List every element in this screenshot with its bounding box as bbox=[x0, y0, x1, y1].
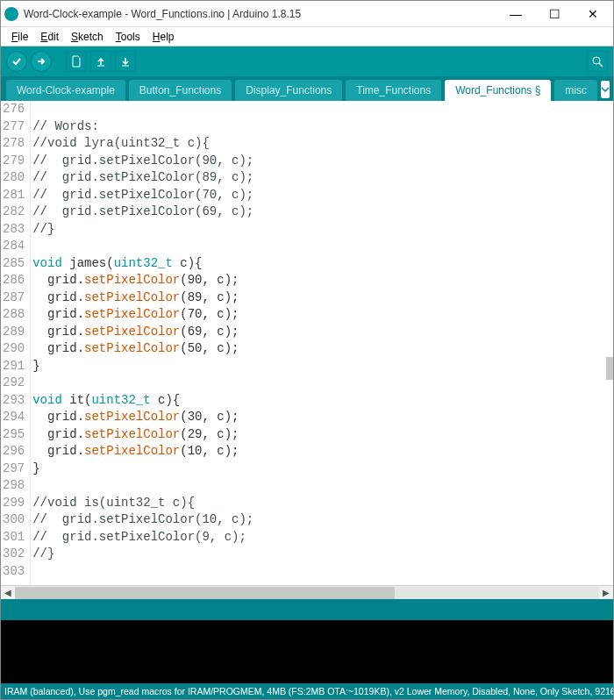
scroll-left-button[interactable]: ◀ bbox=[1, 588, 15, 597]
arrow-down-icon bbox=[120, 56, 131, 67]
window-controls: — ☐ ✕ bbox=[504, 7, 604, 21]
line-number-gutter: 276 277 278 279 280 281 282 283 284 285 … bbox=[1, 101, 31, 585]
code-editor[interactable]: 276 277 278 279 280 281 282 283 284 285 … bbox=[1, 101, 613, 585]
menu-edit[interactable]: Edit bbox=[35, 29, 64, 45]
arrow-up-icon bbox=[96, 56, 106, 67]
status-text: IRAM (balanced), Use pgm_read macros for… bbox=[4, 686, 613, 696]
menu-bar: File Edit Sketch Tools Help bbox=[1, 27, 613, 46]
tab-word-functions-[interactable]: Word_Functions § bbox=[445, 80, 551, 101]
tab-word-clock-example[interactable]: Word-Clock-example bbox=[6, 80, 125, 101]
tab-time-functions[interactable]: Time_Functions bbox=[346, 80, 441, 101]
tab-strip: Word-Clock-exampleButton_FunctionsDispla… bbox=[1, 76, 613, 101]
tab-misc[interactable]: misc bbox=[554, 80, 597, 101]
maximize-button[interactable]: ☐ bbox=[543, 7, 566, 21]
window-titlebar: Word-Clock-example - Word_Functions.ino … bbox=[1, 1, 613, 27]
console-output bbox=[1, 620, 613, 683]
toolbar bbox=[1, 46, 613, 76]
serial-monitor-button[interactable] bbox=[587, 51, 608, 72]
svg-point-0 bbox=[593, 57, 600, 64]
close-button[interactable]: ✕ bbox=[582, 7, 604, 21]
minimize-button[interactable]: — bbox=[504, 7, 527, 21]
verify-button[interactable] bbox=[6, 51, 27, 72]
scroll-track[interactable] bbox=[15, 587, 599, 599]
scroll-right-button[interactable]: ▶ bbox=[599, 588, 613, 597]
arduino-logo-icon bbox=[4, 7, 18, 21]
horizontal-scrollbar[interactable]: ◀ ▶ bbox=[1, 585, 613, 599]
menu-tools[interactable]: Tools bbox=[111, 29, 146, 45]
menu-help[interactable]: Help bbox=[147, 29, 180, 45]
vertical-scrollbar-thumb[interactable] bbox=[606, 357, 613, 380]
console-divider[interactable] bbox=[1, 599, 613, 620]
menu-file[interactable]: File bbox=[6, 29, 33, 45]
upload-button[interactable] bbox=[31, 51, 52, 72]
tab-button-functions[interactable]: Button_Functions bbox=[129, 80, 232, 101]
new-sketch-button[interactable] bbox=[66, 51, 87, 72]
open-sketch-button[interactable] bbox=[90, 51, 111, 72]
check-icon bbox=[11, 56, 22, 67]
save-sketch-button[interactable] bbox=[115, 51, 136, 72]
status-bar: IRAM (balanced), Use pgm_read macros for… bbox=[1, 683, 613, 699]
menu-sketch[interactable]: Sketch bbox=[66, 29, 109, 45]
window-title: Word-Clock-example - Word_Functions.ino … bbox=[24, 8, 504, 20]
tabs-dropdown-button[interactable] bbox=[601, 81, 610, 98]
chevron-down-icon bbox=[601, 85, 610, 94]
file-icon bbox=[71, 55, 82, 68]
arrow-right-icon bbox=[36, 56, 46, 67]
tab-display-functions[interactable]: Display_Functions bbox=[235, 80, 342, 101]
scroll-thumb[interactable] bbox=[15, 587, 395, 599]
magnifier-icon bbox=[591, 55, 603, 68]
code-area[interactable]: // Words://void lyra(uint32_t c){// grid… bbox=[31, 101, 613, 585]
